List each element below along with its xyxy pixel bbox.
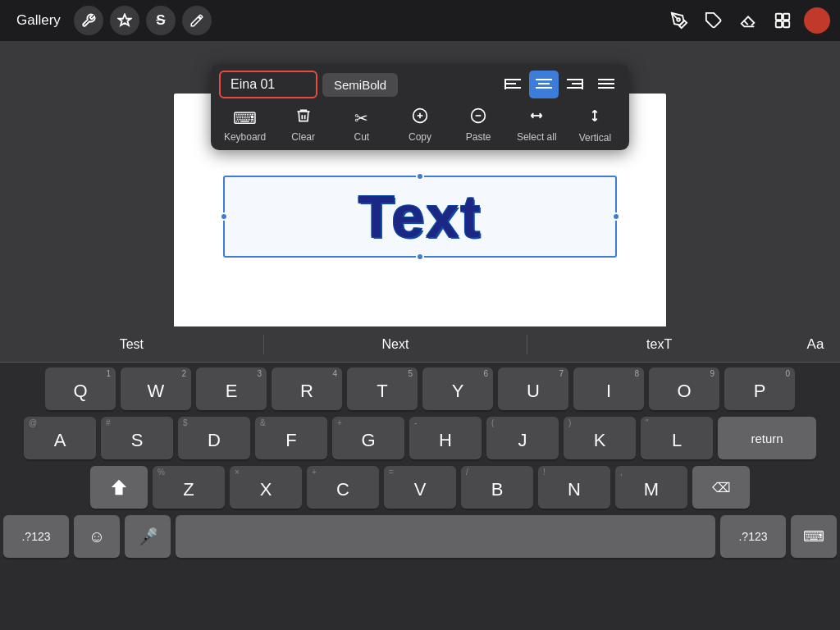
key-w[interactable]: 2W <box>121 368 191 410</box>
text-selection-box <box>223 176 617 258</box>
svg-rect-14 <box>572 83 583 84</box>
key-c[interactable]: +C <box>307 466 379 509</box>
tag-icon[interactable] <box>701 7 727 34</box>
autocorrect-next[interactable]: Next <box>264 326 527 362</box>
svg-rect-11 <box>538 83 550 84</box>
handle-bottom[interactable] <box>416 253 424 261</box>
keyboard-hide-key[interactable]: ⌨ <box>791 515 837 558</box>
layers-icon[interactable] <box>769 7 796 34</box>
key-u[interactable]: 7U <box>498 368 568 410</box>
handle-top[interactable] <box>416 172 424 180</box>
copy-action[interactable]: Copy <box>395 107 445 143</box>
shift-key[interactable] <box>90 466 148 509</box>
mic-key[interactable]: 🎤 <box>125 515 171 558</box>
eraser-icon[interactable] <box>735 7 761 34</box>
numbers-key[interactable]: .?123 <box>3 515 69 558</box>
key-j[interactable]: (J <box>486 417 559 459</box>
key-x[interactable]: ×X <box>230 466 302 509</box>
svg-point-0 <box>677 18 680 21</box>
stroke-button[interactable]: S <box>146 6 176 35</box>
delete-key[interactable]: ⌫ <box>692 466 750 509</box>
svg-rect-17 <box>598 79 614 80</box>
key-k[interactable]: )K <box>564 417 636 459</box>
numbers-key-right[interactable]: .?123 <box>720 515 786 558</box>
key-e[interactable]: 3E <box>196 368 267 410</box>
key-v[interactable]: =V <box>384 466 456 509</box>
font-name-display[interactable]: Eina 01 <box>219 71 317 98</box>
key-row-2: @A #S $D &F +G -H (J )K "L return <box>3 417 837 459</box>
keyboard-keys: 1Q 2W 3E 4R 5T 6Y 7U 8I 9O 0P @A #S $D &… <box>0 363 840 563</box>
key-r[interactable]: 4R <box>272 368 342 410</box>
key-d[interactable]: $D <box>178 417 250 459</box>
key-g[interactable]: +G <box>332 417 404 459</box>
svg-rect-10 <box>536 79 552 80</box>
select-all-action[interactable]: Select all <box>512 107 561 143</box>
select-all-action-label: Select all <box>517 131 557 143</box>
emoji-key[interactable]: ☺ <box>74 515 120 558</box>
paste-action-label: Paste <box>466 131 491 143</box>
font-style-button[interactable]: SemiBold <box>322 73 398 97</box>
key-o[interactable]: 9O <box>649 368 719 410</box>
copy-action-label: Copy <box>409 131 431 143</box>
svg-rect-18 <box>598 83 614 84</box>
key-a[interactable]: @A <box>24 417 96 459</box>
context-menu-actions: ⌨ Keyboard Clear ✂ Cut Copy <box>216 105 624 145</box>
toolbar-right <box>666 7 830 34</box>
return-key[interactable]: return <box>718 417 816 459</box>
text-context-menu: Eina 01 SemiBold ⌨ Keyboard <box>211 64 629 150</box>
key-p[interactable]: 0P <box>724 368 795 410</box>
autocorrect-text[interactable]: texT <box>527 326 791 362</box>
svg-rect-5 <box>783 21 789 27</box>
space-key[interactable] <box>176 515 715 558</box>
alignment-buttons <box>498 71 621 98</box>
key-row-3: %Z ×X +C =V /B !N ,M ⌫ <box>3 466 837 509</box>
key-t[interactable]: 5T <box>347 368 418 410</box>
pen-icon[interactable] <box>666 7 692 34</box>
key-y[interactable]: 6Y <box>422 368 493 410</box>
paste-action[interactable]: Paste <box>454 107 503 143</box>
clear-action[interactable]: Clear <box>279 107 328 143</box>
wrench-button[interactable] <box>74 6 103 35</box>
brush-button[interactable] <box>182 6 212 35</box>
clear-action-label: Clear <box>291 131 315 143</box>
keyboard-action-label: Keyboard <box>224 131 266 143</box>
key-l[interactable]: "L <box>641 417 713 459</box>
key-n[interactable]: !N <box>538 466 610 509</box>
svg-rect-12 <box>536 87 552 89</box>
key-h[interactable]: -H <box>409 417 482 459</box>
keyboard-action-icon: ⌨ <box>233 108 257 128</box>
key-m[interactable]: ,M <box>615 466 687 509</box>
align-right-button[interactable] <box>560 71 590 98</box>
vertical-action[interactable]: Vertical <box>570 107 619 144</box>
key-i[interactable]: 8I <box>573 368 644 410</box>
key-z[interactable]: %Z <box>153 466 225 509</box>
copy-action-icon <box>412 107 428 128</box>
align-justify-button[interactable] <box>591 71 621 98</box>
cut-action[interactable]: ✂ Cut <box>337 108 386 143</box>
svg-rect-15 <box>567 87 583 89</box>
key-q[interactable]: 1Q <box>45 368 116 410</box>
align-left-button[interactable] <box>498 71 527 98</box>
key-b[interactable]: /B <box>461 466 533 509</box>
autocorrect-test[interactable]: Test <box>0 326 263 362</box>
gallery-button[interactable]: Gallery <box>10 9 67 32</box>
select-all-action-icon <box>527 107 546 128</box>
handle-left[interactable] <box>220 212 228 221</box>
align-center-button[interactable] <box>529 71 559 98</box>
avatar[interactable] <box>804 7 830 34</box>
key-s[interactable]: #S <box>101 417 173 459</box>
key-f[interactable]: &F <box>255 417 327 459</box>
actions-button[interactable] <box>110 6 139 35</box>
keyboard-area: Test Next texT Aa 1Q 2W 3E 4R 5T 6Y 7U 8… <box>0 326 840 630</box>
paste-action-icon <box>470 107 486 128</box>
cut-action-label: Cut <box>354 131 370 143</box>
svg-rect-19 <box>598 87 614 89</box>
key-row-1: 1Q 2W 3E 4R 5T 6Y 7U 8I 9O 0P <box>3 368 837 410</box>
keyboard-action[interactable]: ⌨ Keyboard <box>221 108 270 143</box>
vertical-action-label: Vertical <box>579 132 611 144</box>
autocorrect-bar: Test Next texT Aa <box>0 326 840 363</box>
handle-right[interactable] <box>612 212 620 221</box>
svg-rect-7 <box>504 83 516 84</box>
key-row-4: .?123 ☺ 🎤 .?123 ⌨ <box>3 515 837 558</box>
autocorrect-aa[interactable]: Aa <box>791 336 840 353</box>
